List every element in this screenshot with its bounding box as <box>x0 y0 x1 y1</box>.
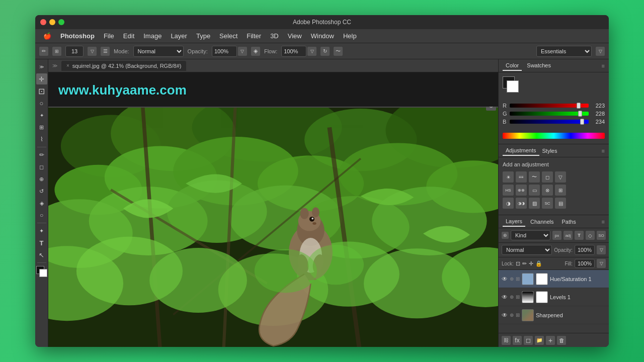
menu-select[interactable]: Select <box>215 31 242 41</box>
selective-color-btn[interactable]: SC <box>542 198 553 209</box>
filter-adjustment-btn[interactable]: adj <box>564 231 573 240</box>
dodge-tool[interactable]: ○ <box>36 210 47 221</box>
marquee-tool[interactable]: ⊡ <box>36 85 47 97</box>
eraser-tool[interactable]: ◻ <box>36 161 47 172</box>
brush-options-icon[interactable]: ☰ <box>101 47 110 56</box>
layer-visibility-eye-2[interactable]: 👁 <box>502 294 508 301</box>
add-style-btn[interactable]: fx <box>513 336 522 345</box>
layer-mask-icon-3[interactable]: ⊞ <box>516 312 520 318</box>
menu-image[interactable]: Image <box>139 31 166 41</box>
clone-stamp-tool[interactable]: ⊕ <box>36 173 47 185</box>
tab-swatches[interactable]: Swatches <box>524 61 554 71</box>
filter-icon[interactable]: ⊛ <box>502 232 509 239</box>
brush-tool-icon[interactable]: ✏ <box>39 47 48 56</box>
invert-btn[interactable]: ◑ <box>503 198 514 209</box>
layer-visibility-eye-3[interactable]: 👁 <box>502 312 508 319</box>
blue-slider-thumb[interactable] <box>580 119 584 125</box>
curves-btn[interactable]: 〜 <box>529 171 540 183</box>
flow-slider-icon[interactable]: ▽ <box>307 47 316 56</box>
lock-position-btn[interactable]: ✛ <box>529 260 533 267</box>
exposure-btn[interactable]: ◻ <box>542 171 553 183</box>
gradient-map-btn[interactable]: ▤ <box>555 198 566 209</box>
opacity-arrow-btn[interactable]: ▽ <box>597 245 606 254</box>
link-layers-btn[interactable]: ⛓ <box>502 336 511 345</box>
tab-styles[interactable]: Styles <box>539 146 560 155</box>
adj-panel-menu[interactable]: ≡ <box>602 148 605 154</box>
green-slider-thumb[interactable] <box>578 111 582 117</box>
layer-link-1[interactable]: ⊕ <box>510 276 514 282</box>
tab-color[interactable]: Color <box>503 61 522 71</box>
fg-bg-color-swatch[interactable] <box>36 266 47 277</box>
tablet-icon[interactable]: ↻ <box>320 47 330 56</box>
menu-file[interactable]: File <box>100 31 118 41</box>
workspace-menu-icon[interactable]: ▽ <box>596 47 605 56</box>
vibrance-btn[interactable]: ▽ <box>555 171 566 183</box>
layer-visibility-eye-1[interactable]: 👁 <box>502 276 508 283</box>
channel-mixer-btn[interactable]: ⊞ <box>555 185 566 196</box>
layer-mask-icon-1[interactable]: ⊞ <box>516 276 520 282</box>
background-swatch[interactable] <box>507 80 519 93</box>
layer-sharpened[interactable]: 👁 ⊕ ⊞ Sharpened <box>499 306 609 324</box>
maximize-button[interactable] <box>58 19 64 25</box>
menu-view[interactable]: View <box>284 31 306 41</box>
lock-image-btn[interactable]: ✏ <box>522 260 527 267</box>
red-slider-track[interactable] <box>510 104 589 108</box>
background-color[interactable] <box>39 269 47 277</box>
fg-bg-swatches[interactable] <box>503 76 519 93</box>
lock-transparent-btn[interactable]: ⊡ <box>516 260 520 267</box>
tab-adjustments[interactable]: Adjustments <box>503 146 539 156</box>
tab-paths[interactable]: Paths <box>559 217 579 226</box>
green-slider-track[interactable] <box>510 112 589 116</box>
gradient-tool[interactable]: ◈ <box>36 198 47 209</box>
airbrush-icon[interactable]: ◈ <box>251 47 260 56</box>
app-name-menu[interactable]: Photoshop <box>56 31 99 41</box>
posterize-btn[interactable]: ◑◑ <box>516 198 527 209</box>
eyedropper-tool[interactable]: ⌇ <box>36 134 47 145</box>
lock-all-btn[interactable]: 🔒 <box>535 260 542 267</box>
magic-wand-tool[interactable]: ✦ <box>36 110 47 121</box>
layer-link-3[interactable]: ⊕ <box>510 312 514 318</box>
kind-filter-select[interactable]: Kind <box>511 230 550 240</box>
collapse-panels-btn[interactable]: ≫ <box>52 63 57 68</box>
fill-input[interactable] <box>575 259 595 268</box>
move-tool[interactable]: ✛ <box>36 73 47 84</box>
fill-arrow-btn[interactable]: ▽ <box>597 259 606 268</box>
layer-mask-thumb-1[interactable] <box>536 273 548 285</box>
close-button[interactable] <box>40 19 46 25</box>
color-balance-btn[interactable]: ⊕⊕ <box>516 185 527 196</box>
lasso-tool[interactable]: ○ <box>36 98 47 109</box>
photo-filter-btn[interactable]: ⊗ <box>542 185 553 196</box>
crop-tool[interactable]: ⊞ <box>36 122 47 133</box>
menu-3d[interactable]: 3D <box>266 31 283 41</box>
menu-edit[interactable]: Edit <box>119 31 138 41</box>
layer-mask-thumb-2[interactable] <box>536 291 548 303</box>
blend-mode-select[interactable]: Normal Multiply Screen <box>502 245 552 255</box>
hue-saturation-btn[interactable]: HS <box>503 185 514 196</box>
apple-menu[interactable]: 🍎 <box>39 31 55 41</box>
menu-filter[interactable]: Filter <box>243 31 265 41</box>
menu-layer[interactable]: Layer <box>167 31 191 41</box>
filter-type-btn[interactable]: T <box>575 231 584 240</box>
history-brush-tool[interactable]: ↺ <box>36 186 47 197</box>
filter-smartobj-btn[interactable]: SO <box>597 231 606 240</box>
filter-pixel-btn[interactable]: px <box>552 231 561 240</box>
menu-help[interactable]: Help <box>339 31 361 41</box>
flow-input[interactable] <box>281 46 306 57</box>
red-slider-thumb[interactable] <box>577 103 581 109</box>
text-tool[interactable]: T <box>36 237 47 248</box>
menu-type[interactable]: Type <box>192 31 214 41</box>
opacity-row-input[interactable] <box>575 245 595 255</box>
canvas-image-area[interactable] <box>48 108 498 347</box>
layer-hue-saturation[interactable]: 👁 ⊕ ⊞ Hue/Saturation 1 <box>499 270 609 288</box>
opacity-input[interactable] <box>212 46 237 57</box>
brush-tool[interactable]: ✏ <box>36 149 47 160</box>
layers-panel-menu[interactable]: ≡ <box>602 219 605 225</box>
new-group-btn[interactable]: 📁 <box>535 336 544 345</box>
opacity-slider-icon[interactable]: ▽ <box>238 47 247 56</box>
collapse-toolbar-btn[interactable]: ≫ <box>36 61 47 72</box>
tab-channels[interactable]: Channels <box>527 217 556 226</box>
mode-select[interactable]: Normal Multiply Screen Overlay <box>133 46 184 57</box>
layer-link-2[interactable]: ⊕ <box>510 294 514 300</box>
new-layer-btn[interactable]: + <box>546 336 555 345</box>
smooth-icon[interactable]: 〜 <box>334 47 343 56</box>
